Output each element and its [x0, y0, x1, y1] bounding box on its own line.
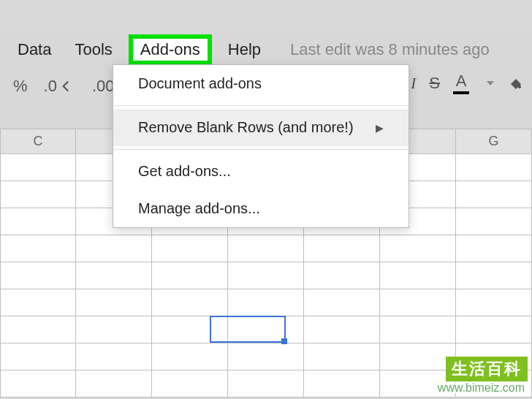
submenu-arrow-icon: ▶	[376, 122, 384, 134]
cell[interactable]	[76, 343, 152, 370]
cell[interactable]	[0, 208, 76, 235]
table-row	[0, 262, 532, 289]
paint-bucket-icon	[507, 75, 525, 92]
cell[interactable]	[228, 235, 304, 262]
text-color-label: A	[456, 72, 467, 91]
text-color-bar	[453, 91, 469, 94]
cell[interactable]	[0, 370, 76, 398]
cell[interactable]	[304, 289, 380, 316]
cell[interactable]	[456, 235, 532, 262]
italic-button[interactable]: I	[411, 74, 416, 93]
increase-decimal-label: .00	[92, 77, 115, 96]
cell[interactable]	[456, 289, 532, 316]
chevron-down-icon[interactable]	[487, 81, 494, 86]
cell[interactable]	[0, 316, 76, 343]
cell[interactable]	[0, 262, 76, 289]
cell[interactable]	[228, 289, 304, 316]
table-row	[0, 289, 532, 316]
table-row	[0, 235, 532, 262]
cell[interactable]	[304, 262, 380, 289]
cell[interactable]	[152, 316, 228, 343]
format-percent-button[interactable]: %	[13, 77, 28, 96]
dropdown-get-addons[interactable]: Get add-ons...	[113, 153, 408, 190]
cell[interactable]	[228, 316, 304, 343]
cell[interactable]	[76, 262, 152, 289]
dropdown-manage-addons-label: Manage add-ons...	[138, 200, 260, 217]
cell[interactable]	[0, 289, 76, 316]
cell[interactable]	[456, 154, 532, 181]
app-frame: Data Tools Add-ons Help Last edit was 8 …	[0, 0, 532, 399]
arrow-left-icon	[57, 77, 76, 96]
cell[interactable]	[152, 289, 228, 316]
cell[interactable]	[228, 370, 304, 398]
cell[interactable]	[228, 343, 304, 370]
cell[interactable]	[0, 235, 76, 262]
menu-tools[interactable]: Tools	[67, 36, 119, 64]
cell[interactable]	[304, 316, 380, 343]
cell[interactable]	[152, 343, 228, 370]
dropdown-separator	[113, 105, 408, 106]
watermark-url: www.bimeiz.com	[435, 381, 528, 394]
dropdown-remove-blank-rows[interactable]: Remove Blank Rows (and more!) ▶	[113, 109, 408, 146]
strikethrough-button[interactable]: S	[429, 74, 440, 93]
cell[interactable]	[0, 181, 76, 208]
cell[interactable]	[380, 289, 456, 316]
cell[interactable]	[380, 262, 456, 289]
menu-addons[interactable]: Add-ons	[129, 34, 212, 65]
cell[interactable]	[456, 316, 532, 343]
decrease-decimal-button[interactable]: .0	[44, 77, 76, 96]
last-edit-status: Last edit was 8 minutes ago	[290, 40, 490, 59]
col-head[interactable]: G	[456, 129, 532, 154]
cell[interactable]	[76, 289, 152, 316]
cell[interactable]	[76, 370, 152, 398]
cell[interactable]	[456, 208, 532, 235]
cell[interactable]	[228, 262, 304, 289]
cell[interactable]	[304, 235, 380, 262]
watermark-badge: 生活百科	[446, 357, 528, 381]
top-shade	[0, 0, 532, 35]
cell[interactable]	[152, 235, 228, 262]
cell[interactable]	[304, 343, 380, 370]
dropdown-document-addons-label: Document add-ons	[138, 75, 262, 92]
text-color-button[interactable]: A	[453, 72, 469, 94]
cell[interactable]	[76, 316, 152, 343]
dropdown-document-addons[interactable]: Document add-ons	[113, 65, 408, 102]
dropdown-get-addons-label: Get add-ons...	[138, 163, 231, 180]
cell[interactable]	[380, 316, 456, 343]
addons-dropdown: Document add-ons Remove Blank Rows (and …	[113, 64, 409, 228]
cell[interactable]	[0, 343, 76, 370]
menubar: Data Tools Add-ons Help Last edit was 8 …	[0, 35, 532, 64]
col-head[interactable]: C	[0, 129, 76, 154]
fill-color-button[interactable]	[507, 75, 525, 92]
decrease-decimal-label: .0	[44, 77, 57, 96]
watermark: 生活百科 www.bimeiz.com	[435, 357, 528, 395]
menu-help[interactable]: Help	[221, 36, 268, 64]
cell[interactable]	[0, 154, 76, 181]
cell[interactable]	[456, 181, 532, 208]
cell[interactable]	[76, 235, 152, 262]
dropdown-separator	[113, 149, 408, 150]
cell[interactable]	[304, 370, 380, 398]
menu-data[interactable]: Data	[10, 36, 58, 64]
dropdown-remove-blank-rows-label: Remove Blank Rows (and more!)	[138, 119, 354, 136]
toolbar-right: I S A	[411, 72, 525, 94]
cell[interactable]	[152, 262, 228, 289]
dropdown-manage-addons[interactable]: Manage add-ons...	[113, 190, 408, 227]
table-row	[0, 316, 532, 343]
cell[interactable]	[380, 235, 456, 262]
cell[interactable]	[456, 262, 532, 289]
cell[interactable]	[152, 370, 228, 398]
